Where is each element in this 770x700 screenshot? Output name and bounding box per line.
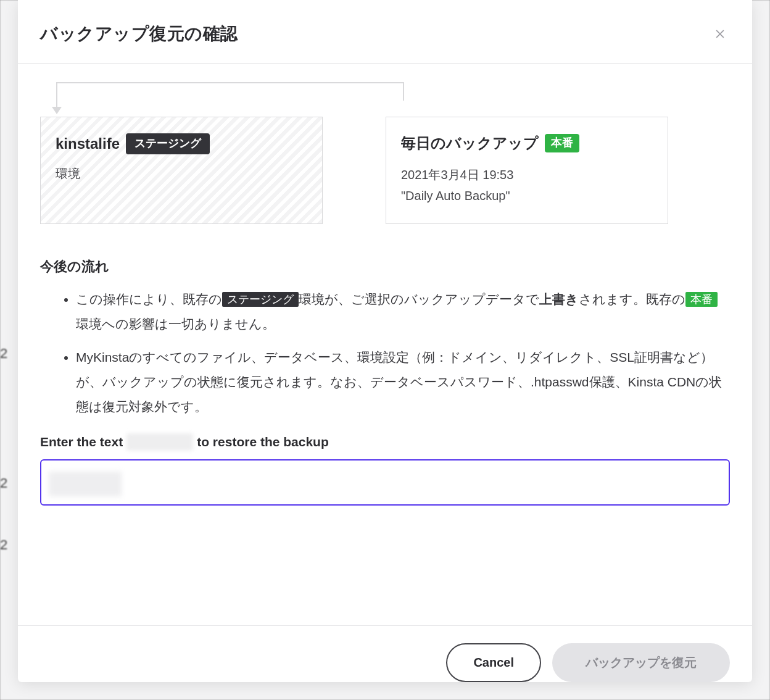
flow-list: この操作により、既存のステージング環境が、ご選択のバックアップデータで上書きされ…	[40, 287, 730, 419]
close-icon	[714, 28, 726, 40]
cancel-button[interactable]: Cancel	[446, 643, 541, 682]
staging-badge-inline: ステージング	[222, 292, 299, 307]
flow-item-1: この操作により、既存のステージング環境が、ご選択のバックアップデータで上書きされ…	[76, 287, 730, 336]
restore-direction-arrow	[56, 82, 730, 117]
restore-button[interactable]: バックアップを復元	[552, 643, 730, 682]
target-environment-card: kinstalife ステージング 環境	[40, 117, 323, 224]
staging-badge: ステージング	[126, 133, 210, 154]
modal-footer: Cancel バックアップを復元	[18, 625, 752, 682]
modal-body: kinstalife ステージング 環境 毎日のバックアップ 本番 2021年3…	[18, 64, 752, 625]
backup-timestamp: 2021年3月4日 19:53	[401, 164, 653, 185]
target-subtitle: 環境	[56, 165, 307, 182]
restore-backup-modal: バックアップ復元の確認 kinstalife ステージング 環境	[18, 0, 752, 682]
confirm-label: Enter the text to restore the backup	[40, 433, 730, 451]
confirm-input-wrap	[40, 459, 730, 506]
backup-name: "Daily Auto Backup"	[401, 185, 653, 206]
confirm-input[interactable]	[40, 459, 730, 506]
backup-title: 毎日のバックアップ	[401, 133, 539, 153]
modal-title: バックアップ復元の確認	[40, 22, 238, 46]
redacted-text	[126, 433, 193, 451]
flow-item-2: MyKinstaのすべてのファイル、データベース、環境設定（例：ドメイン、リダイ…	[76, 345, 730, 419]
target-site-name: kinstalife	[56, 135, 120, 152]
arrow-down-icon	[52, 107, 62, 114]
live-badge-inline: 本番	[685, 292, 718, 307]
modal-header: バックアップ復元の確認	[18, 0, 752, 64]
flow-heading: 今後の流れ	[40, 257, 730, 276]
live-badge: 本番	[545, 134, 579, 152]
source-backup-card: 毎日のバックアップ 本番 2021年3月4日 19:53 "Daily Auto…	[386, 117, 668, 224]
close-button[interactable]	[710, 24, 730, 44]
environment-row: kinstalife ステージング 環境 毎日のバックアップ 本番 2021年3…	[40, 117, 730, 224]
